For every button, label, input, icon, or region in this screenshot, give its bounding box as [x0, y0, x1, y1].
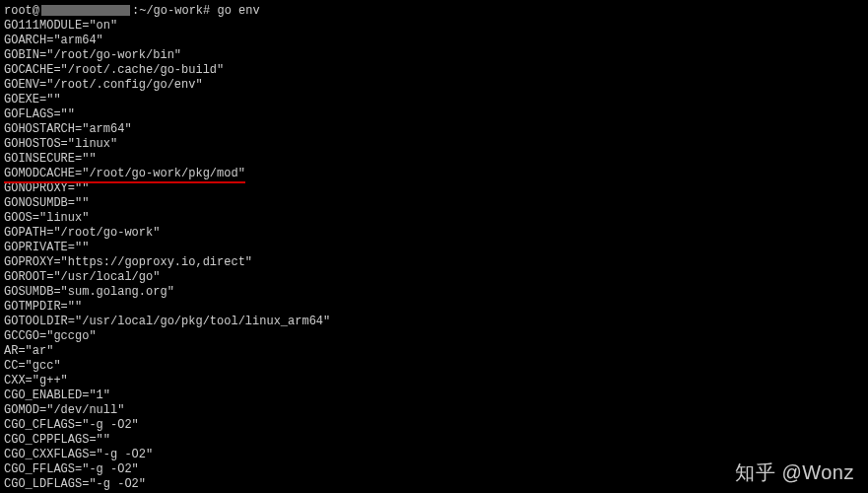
- env-line: CGO_CPPFLAGS="": [4, 433, 868, 448]
- watermark-text: 知乎 @Wonz: [735, 460, 854, 485]
- env-line: GOTMPDIR="": [4, 300, 868, 315]
- env-line: GOENV="/root/.config/go/env": [4, 78, 868, 93]
- env-variable-list: GO111MODULE="on"GOARCH="arm64"GOBIN="/ro…: [4, 19, 868, 493]
- terminal-output: root@:~/go-work# go env GO111MODULE="on"…: [4, 4, 868, 493]
- env-line: GOPRIVATE="": [4, 241, 868, 255]
- env-line: GCCGO="gccgo": [4, 329, 868, 344]
- env-line: GOFLAGS="": [4, 107, 868, 122]
- env-line: GOCACHE="/root/.cache/go-build": [4, 63, 868, 78]
- env-line: GOINSECURE="": [4, 152, 868, 167]
- env-line: GOEXE="": [4, 93, 868, 107]
- highlighted-env-var: GOMODCACHE="/root/go-work/pkg/mod": [4, 167, 245, 181]
- env-line: CGO_CFLAGS="-g -O2": [4, 418, 868, 433]
- env-line: CGO_ENABLED="1": [4, 388, 868, 403]
- env-line: CC="gcc": [4, 359, 868, 374]
- typed-command[interactable]: go env: [217, 4, 259, 18]
- env-line: GO111MODULE="on": [4, 19, 868, 34]
- env-line: GOHOSTARCH="arm64": [4, 122, 868, 137]
- env-line: GOMOD="/dev/null": [4, 403, 868, 418]
- env-line: CXX="g++": [4, 374, 868, 388]
- env-line: GOOS="linux": [4, 211, 868, 226]
- env-line: GONOSUMDB="": [4, 196, 868, 211]
- env-line: GOHOSTOS="linux": [4, 137, 868, 152]
- prompt-path: :~/go-work#: [132, 4, 210, 18]
- env-line: GOMODCACHE="/root/go-work/pkg/mod": [4, 167, 868, 181]
- env-line: GOTOOLDIR="/usr/local/go/pkg/tool/linux_…: [4, 315, 868, 329]
- env-line: GOBIN="/root/go-work/bin": [4, 48, 868, 63]
- redacted-hostname: [41, 5, 130, 16]
- env-line: AR="ar": [4, 344, 868, 359]
- env-line: GOPROXY="https://goproxy.io,direct": [4, 255, 868, 270]
- command-prompt-line: root@:~/go-work# go env: [4, 4, 868, 19]
- env-line: GOARCH="arm64": [4, 34, 868, 48]
- env-line: GONOPROXY="": [4, 181, 868, 196]
- env-line: GOSUMDB="sum.golang.org": [4, 285, 868, 300]
- prompt-user: root@: [4, 4, 39, 18]
- env-line: GOROOT="/usr/local/go": [4, 270, 868, 285]
- env-line: GOPATH="/root/go-work": [4, 226, 868, 241]
